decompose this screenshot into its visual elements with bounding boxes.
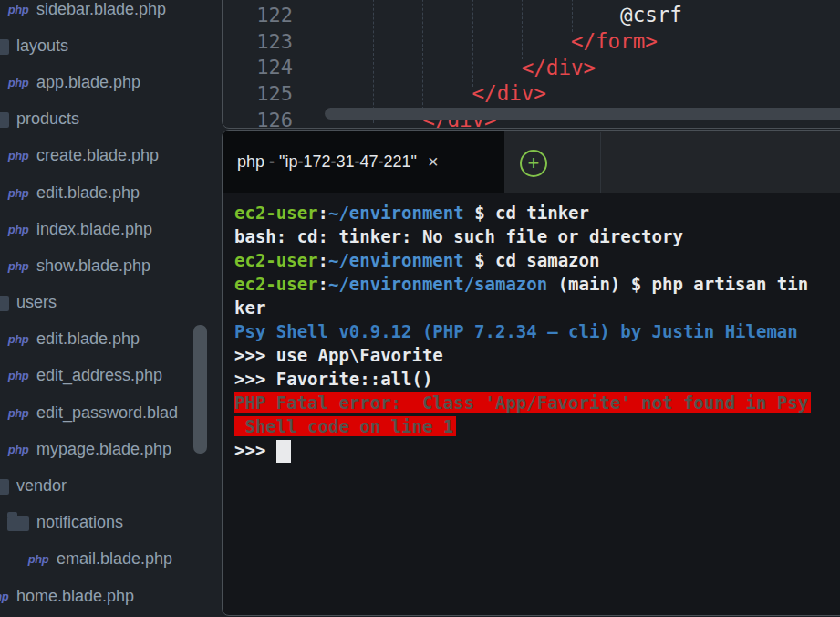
php-file-icon: php xyxy=(7,186,29,200)
php-file-icon: php xyxy=(7,149,29,162)
new-tab-button[interactable]: + xyxy=(520,150,547,177)
code-line: 122 @csrf xyxy=(223,2,840,28)
terminal-text-segment: ec2-user xyxy=(234,250,318,270)
php-file-icon: php xyxy=(7,76,29,89)
php-file-icon: php xyxy=(7,443,29,456)
terminal-text-segment: Shell code on line 1 xyxy=(234,416,456,436)
php-file-icon: php xyxy=(7,3,29,16)
terminal-text-segment: ec2-user xyxy=(234,274,318,294)
terminal-text-segment: : xyxy=(318,250,328,270)
tree-item-label: sidebar.blade.php xyxy=(36,0,166,19)
tree-item-users[interactable]: users xyxy=(0,285,222,321)
terminal-text-segment: PHP Fatal error: Class 'App/Favorite' no… xyxy=(234,392,811,413)
terminal-line: bash: cd: tinker: No such file or direct… xyxy=(234,225,840,248)
code-text[interactable]: </div> xyxy=(324,81,546,105)
folder-icon xyxy=(0,110,9,128)
tree-item-edit-blade-php[interactable]: php edit.blade.php xyxy=(0,174,222,211)
terminal-line: Psy Shell v0.9.12 (PHP 7.2.34 — cli) by … xyxy=(234,319,840,343)
tree-item-label: app.blade.php xyxy=(36,73,140,92)
code-line: 125 </div> xyxy=(223,80,840,107)
tree-item-mypage-blade-php[interactable]: php mypage.blade.php xyxy=(0,431,222,467)
code-text[interactable]: </div> xyxy=(324,56,596,79)
folder-icon xyxy=(0,37,9,55)
tree-item-products[interactable]: products xyxy=(0,101,222,138)
terminal-text-segment: ec2-user xyxy=(234,203,318,223)
line-number: 125 xyxy=(223,82,293,105)
tree-item-layouts[interactable]: layouts xyxy=(0,27,222,64)
tree-item-index-blade-php[interactable]: php index.blade.php xyxy=(0,211,222,247)
tree-item-label: vendor xyxy=(16,476,67,496)
terminal-tab-bar: php - "ip-172-31-47-221" × + xyxy=(223,131,840,193)
ide-root: { "colors": { "terminal_green": "#7cc02b… xyxy=(0,0,840,617)
terminal-text-segment: >>> Favorite::all() xyxy=(234,369,432,389)
tree-item-home-blade-php[interactable]: php home.blade.php xyxy=(0,578,222,614)
php-file-icon: php xyxy=(27,552,49,566)
terminal-cursor xyxy=(276,440,291,463)
folder-icon xyxy=(0,477,9,495)
code-line: 124 </div> xyxy=(223,54,840,80)
terminal-line: >>> xyxy=(234,438,840,462)
close-tab-icon[interactable]: × xyxy=(428,152,439,171)
code-editor-pane[interactable]: 122 @csrf 123 </form> 124 </div> 125 </d… xyxy=(222,0,840,129)
tree-item-label: edit_address.php xyxy=(36,366,162,385)
terminal-text-segment: ~/environment xyxy=(328,203,464,223)
terminal-text-segment: (main) $ php artisan tin xyxy=(547,274,808,294)
tree-item-label: edit.blade.php xyxy=(36,329,140,349)
terminal-line: ec2-user:~/environment $ cd tinker xyxy=(234,201,840,225)
php-file-icon: php xyxy=(7,406,29,420)
tree-item-label: index.blade.php xyxy=(36,220,152,239)
tree-item-app-blade-php[interactable]: php app.blade.php xyxy=(0,64,222,100)
tree-item-email-blade-php[interactable]: php email.blade.php xyxy=(0,541,222,578)
tree-item-label: create.blade.php xyxy=(36,146,159,165)
terminal-line: Shell code on line 1 xyxy=(234,414,840,438)
tree-item-label: show.blade.php xyxy=(36,256,150,276)
tree-item-sidebar-blade-php[interactable]: php sidebar.blade.php xyxy=(0,0,222,27)
file-tree: php sidebar.blade.php layouts php app.bl… xyxy=(0,0,222,614)
tree-item-label: edit_password.blad xyxy=(36,403,178,423)
code-text[interactable]: </form> xyxy=(324,29,658,53)
terminal-text-segment: $ cd tinker xyxy=(464,203,589,223)
terminal-line: >>> use App\Favorite xyxy=(234,343,840,367)
php-file-icon: php xyxy=(7,332,29,346)
terminal-tab[interactable]: php - "ip-172-31-47-221" × xyxy=(223,131,504,193)
tree-item-show-blade-php[interactable]: php show.blade.php xyxy=(0,247,222,284)
terminal-line: ec2-user:~/environment $ cd samazon xyxy=(234,248,840,272)
tree-item-create-blade-php[interactable]: php create.blade.php xyxy=(0,138,222,174)
terminal-line: ec2-user:~/environment/samazon (main) $ … xyxy=(234,272,840,296)
line-number: 122 xyxy=(223,4,293,26)
tree-item-edit-password-blad[interactable]: php edit_password.blad xyxy=(0,394,222,431)
code-line: 123 </form> xyxy=(223,28,840,55)
file-tree-sidebar: php sidebar.blade.php layouts php app.bl… xyxy=(0,0,222,617)
tree-item-edit-address-php[interactable]: php edit_address.php xyxy=(0,358,222,394)
tree-item-label: edit.blade.php xyxy=(36,183,140,203)
terminal-output[interactable]: ec2-user:~/environment $ cd tinkerbash: … xyxy=(223,193,840,462)
code-text[interactable]: @csrf xyxy=(324,3,682,26)
tree-item-vendor[interactable]: vendor xyxy=(0,467,222,504)
line-number: 126 xyxy=(223,109,293,129)
terminal-text-segment: >>> use App\Favorite xyxy=(234,345,443,365)
terminal-line: PHP Fatal error: Class 'App/Favorite' no… xyxy=(234,391,840,414)
terminal-line: >>> Favorite::all() xyxy=(234,367,840,391)
tree-item-label: home.blade.php xyxy=(16,587,134,606)
editor-horizontal-scrollbar[interactable] xyxy=(325,108,840,120)
php-file-icon: php xyxy=(0,590,9,603)
terminal-text-segment: >>> xyxy=(234,440,276,460)
terminal-text-segment: ~/environment/samazon xyxy=(328,274,547,294)
line-number: 124 xyxy=(223,56,293,78)
tree-item-label: notifications xyxy=(36,513,123,532)
tree-item-edit-blade-php[interactable]: php edit.blade.php xyxy=(0,321,222,358)
terminal-text-segment: $ cd samazon xyxy=(464,250,600,270)
php-file-icon: php xyxy=(7,369,29,382)
tree-item-label: email.blade.php xyxy=(57,549,172,569)
tree-item-label: products xyxy=(16,110,79,129)
terminal-text-segment: : xyxy=(318,274,328,294)
terminal-text-segment: : xyxy=(318,203,328,223)
terminal-tab-title: php - "ip-172-31-47-221" xyxy=(237,152,417,172)
tab-bar-divider xyxy=(600,132,601,193)
php-file-icon: php xyxy=(7,223,29,236)
folder-icon xyxy=(7,514,29,531)
sidebar-scrollbar-thumb[interactable] xyxy=(193,325,207,454)
php-file-icon: php xyxy=(7,259,29,273)
tree-item-label: layouts xyxy=(16,37,68,56)
tree-item-notifications[interactable]: notifications xyxy=(0,505,222,541)
